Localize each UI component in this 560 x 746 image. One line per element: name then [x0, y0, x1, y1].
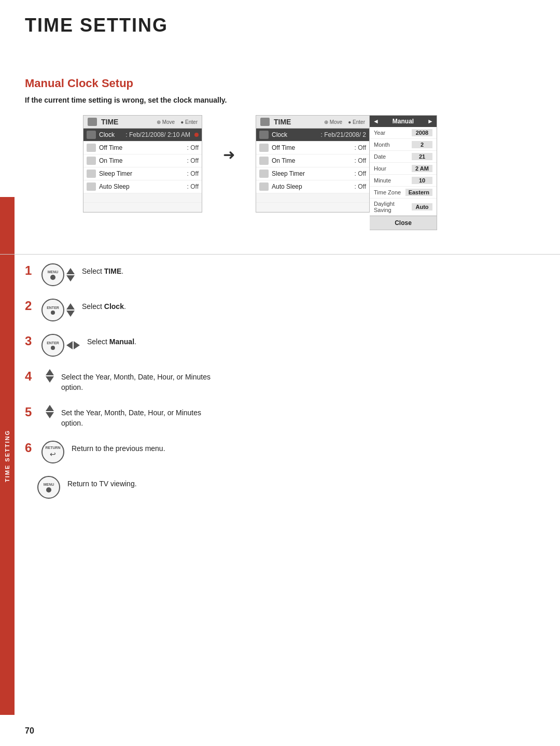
- panel-right-row-sleep: Sleep Timer : Off: [256, 167, 369, 180]
- clock-row-icon: [87, 131, 96, 139]
- panel-right-nav: ⊕ Move ● Enter: [324, 119, 365, 125]
- step-6: 6 RETURN ↩ Return to the previous menu.: [25, 441, 535, 463]
- step-5-icons: [41, 405, 54, 418]
- settings-row-date: Date 21: [370, 151, 437, 163]
- tv-panel-left-header: TIME ⊕ Move ● Enter: [83, 116, 202, 129]
- panel-left-row-autosleep: Auto Sleep : Off: [83, 180, 202, 193]
- step-5-text: Set the Year, Month, Date, Hour, or Minu…: [61, 405, 201, 428]
- tv-panel-right-body: Clock : Feb/21/2008/ 2 Off Time : Off On…: [256, 129, 369, 212]
- tv-panel-right-header: TIME ⊕ Move ● Enter: [256, 116, 369, 129]
- settings-row-year: Year 2008: [370, 127, 437, 139]
- arrow-up-2: [66, 303, 75, 309]
- settings-box-header: ◄ Manual ►: [370, 116, 437, 127]
- arrow-right-3: [74, 341, 80, 349]
- autosleep-icon: [87, 182, 96, 191]
- arrow-left-3: [66, 341, 73, 349]
- sleep-icon: [87, 170, 96, 178]
- step-7-icons: MENU: [37, 476, 60, 499]
- nav-lr-icon-3: [66, 341, 80, 349]
- arrow-between-panels: ➜: [223, 146, 235, 163]
- tv-panel-right: TIME ⊕ Move ● Enter Clock : Feb/21/2008/…: [256, 115, 370, 213]
- offtime-icon-r: [259, 144, 269, 152]
- settings-row-hour: Hour 2 AM: [370, 163, 437, 175]
- enter-icon-right: ● Enter: [348, 119, 365, 125]
- nav-updown-icon-5: [46, 405, 54, 418]
- step-4: 4 Select the Year, Month, Date, Hour, or…: [25, 369, 535, 392]
- ontime-icon: [87, 157, 96, 165]
- step-1-text: Select TIME.: [82, 263, 123, 277]
- panel-left-row-offtime: Off Time : Off: [83, 142, 202, 154]
- step-3-icons: ENTER: [41, 334, 80, 357]
- section-heading: Manual Clock Setup: [25, 77, 133, 90]
- step-6-number: 6: [25, 442, 34, 454]
- step-2-text: Select Clock.: [82, 299, 126, 312]
- tv-panel-left: TIME ⊕ Move ● Enter Clock : Feb/21/2008/…: [83, 115, 202, 213]
- settings-row-timezone: Time Zone Eastern: [370, 187, 437, 199]
- step-3-text: Select Manual.: [87, 334, 136, 347]
- settings-row-month: Month 2: [370, 139, 437, 151]
- step-6-text: Return to the previous menu.: [72, 441, 165, 454]
- panel-right-title: TIME: [274, 118, 320, 126]
- panel-right-empty1: [256, 193, 369, 203]
- move-icon: ⊕ Move: [157, 119, 175, 125]
- arrow-down-2: [66, 311, 75, 317]
- right-panels-group: TIME ⊕ Move ● Enter Clock : Feb/21/2008/…: [256, 115, 437, 230]
- step-5-number: 5: [25, 406, 34, 418]
- arrow-down-5: [46, 412, 54, 418]
- panel-left-row-sleep: Sleep Timer : Off: [83, 167, 202, 180]
- step-2-number: 2: [25, 300, 34, 312]
- clock-icon: [88, 118, 97, 126]
- panel-left-row-ontime: On Time : Off: [83, 154, 202, 167]
- enter-icon: ● Enter: [180, 119, 198, 125]
- enter-dot: [194, 133, 199, 137]
- step-4-icons: [41, 369, 54, 383]
- step-5: 5 Set the Year, Month, Date, Hour, or Mi…: [25, 405, 535, 428]
- panel-left-nav: ⊕ Move ● Enter: [157, 119, 198, 125]
- steps-section: 1 MENU Select TIME. 2 ENTER: [25, 263, 535, 511]
- step-2: 2 ENTER Select Clock.: [25, 299, 535, 321]
- step-2-icons: ENTER: [41, 299, 75, 321]
- arrow-up-4: [46, 369, 54, 375]
- tv-panel-left-body: Clock : Feb/21/2008/ 2:10 AM Off Time : …: [83, 129, 202, 212]
- sleep-icon-r: [259, 170, 269, 178]
- sidebar-label: TIME SETTING: [4, 430, 10, 482]
- panel-right-empty2: [256, 203, 369, 212]
- divider-line: [0, 254, 560, 255]
- panel-right-row-clock: Clock : Feb/21/2008/ 2: [256, 129, 369, 142]
- move-icon-right: ⊕ Move: [324, 119, 342, 125]
- manual-arrow-right: ►: [427, 118, 433, 125]
- page-title: TIME SETTING: [25, 15, 168, 36]
- step-6-icons: RETURN ↩: [41, 441, 64, 463]
- ontime-icon-r: [259, 157, 269, 165]
- autosleep-icon-r: [259, 182, 269, 191]
- sidebar: TIME SETTING: [0, 197, 15, 715]
- clock-row-icon-r: [259, 131, 269, 139]
- step-7-text: Return to TV viewing.: [67, 476, 137, 489]
- settings-row-minute: Minute 10: [370, 175, 437, 187]
- panel-right-row-ontime: On Time : Off: [256, 154, 369, 167]
- arrow-down-4: [46, 376, 54, 383]
- return-button-icon: RETURN ↩: [41, 441, 64, 463]
- step-3: 3 ENTER Select Manual.: [25, 334, 535, 357]
- nav-updown-icon-1: [66, 268, 75, 281]
- close-button[interactable]: Close: [370, 216, 437, 230]
- step-1: 1 MENU Select TIME.: [25, 263, 535, 286]
- offtime-icon: [87, 144, 96, 152]
- step-1-icons: MENU: [41, 263, 75, 286]
- settings-box: ◄ Manual ► Year 2008 Month 2 Date 21: [370, 115, 437, 230]
- enter-button-icon-2: ENTER: [41, 299, 64, 321]
- page-number: 70: [25, 726, 34, 736]
- panel-left-title: TIME: [101, 118, 152, 126]
- manual-title: Manual: [393, 118, 414, 125]
- step-4-text: Select the Year, Month, Date, Hour, or M…: [61, 369, 211, 392]
- step-4-number: 4: [25, 370, 34, 383]
- enter-button-icon-3: ENTER: [41, 334, 64, 357]
- panel-left-row-clock: Clock : Feb/21/2008/ 2:10 AM: [83, 129, 202, 142]
- nav-updown-icon-2: [66, 303, 75, 317]
- nav-updown-icon-4: [46, 369, 54, 383]
- menu-button-icon-2: MENU: [37, 476, 60, 499]
- panel-left-empty1: [83, 193, 202, 203]
- clock-icon-right: [260, 118, 270, 126]
- arrow-down-1: [66, 275, 75, 281]
- arrow-up-5: [46, 405, 54, 411]
